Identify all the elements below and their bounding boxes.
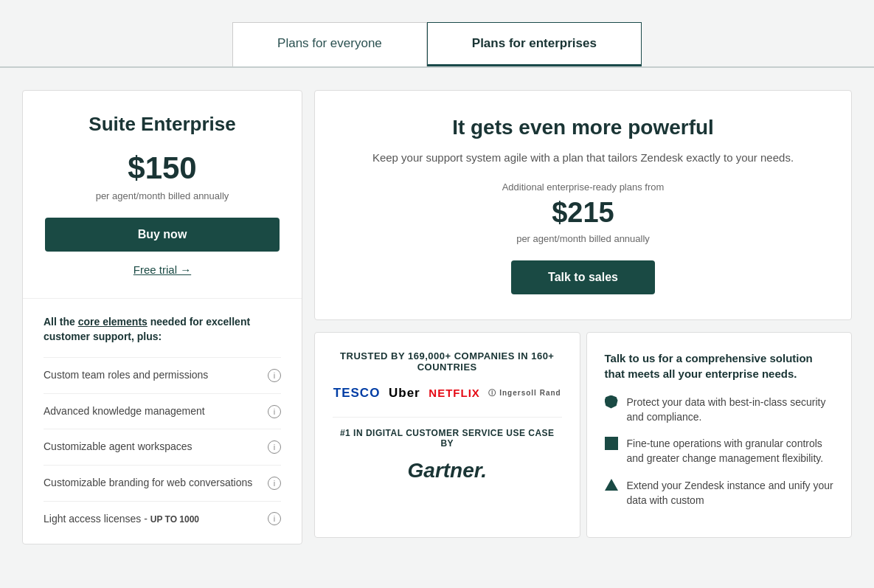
info-icon-light-access[interactable]: i (268, 512, 281, 525)
free-trial-link[interactable]: Free trial (133, 263, 191, 276)
feature-text: Light access licenses - UP TO 1000 (44, 512, 262, 527)
ent-feature-extend: Extend your Zendesk instance and unify y… (605, 478, 834, 508)
ent-feature-security-text: Protect your data with best-in-class sec… (627, 395, 834, 425)
info-icon-agent-workspace[interactable]: i (268, 440, 281, 454)
suite-enterprise-top: Suite Enterprise $150 per agent/month bi… (23, 91, 302, 299)
ent-features-heading: Talk to us for a comprehensive solution … (605, 350, 834, 381)
feature-knowledge-mgmt: Advanced knowledge management i (44, 393, 281, 429)
enterprise-top-card: It gets even more powerful Keep your sup… (314, 90, 852, 320)
enterprise-price-sub: per agent/month billed annually (344, 233, 822, 244)
feature-text: Advanced knowledge management (44, 404, 262, 419)
tab-plans-enterprises[interactable]: Plans for enterprises (427, 22, 642, 66)
feature-text: Customizable branding for web conversati… (44, 476, 262, 491)
suite-enterprise-card: Suite Enterprise $150 per agent/month bi… (22, 90, 302, 544)
right-section: It gets even more powerful Keep your sup… (302, 90, 852, 544)
main-content: Suite Enterprise $150 per agent/month bi… (0, 68, 874, 559)
suite-enterprise-price: $150 (45, 151, 280, 186)
ent-feature-extend-text: Extend your Zendesk instance and unify y… (627, 478, 834, 508)
feature-custom-branding: Customizable branding for web conversati… (44, 465, 281, 501)
trusted-heading: TRUSTED BY 169,000+ COMPANIES IN 160+ CO… (333, 350, 562, 373)
additional-from-text: Additional enterprise-ready plans from (344, 181, 822, 193)
gartner-heading: #1 IN DIGITAL CUSTOMER SERVICE USE CASE … (333, 428, 562, 449)
enterprise-features-panel: Talk to us for a comprehensive solution … (586, 332, 853, 539)
ent-feature-security: Protect your data with best-in-class sec… (605, 395, 834, 425)
enterprise-card-subtitle: Keep your support system agile with a pl… (344, 150, 822, 167)
talk-to-sales-button[interactable]: Talk to sales (511, 260, 655, 294)
netflix-logo: NETFLIX (429, 387, 480, 399)
trusted-panel: TRUSTED BY 169,000+ COMPANIES IN 160+ CO… (314, 332, 580, 539)
core-elements-link[interactable]: core elements (78, 316, 148, 328)
tesco-logo: TESCO (333, 386, 381, 401)
feature-text: Custom team roles and permissions (44, 368, 262, 383)
feature-agent-workspaces: Customizable agent workspaces i (44, 429, 281, 465)
suite-enterprise-title: Suite Enterprise (45, 113, 280, 136)
ent-feature-operations: Fine-tune operations with granular contr… (605, 436, 834, 466)
shield-icon (605, 395, 618, 409)
panel-divider (333, 417, 562, 418)
info-icon-knowledge[interactable]: i (268, 405, 281, 418)
tab-plans-everyone[interactable]: Plans for everyone (232, 22, 427, 66)
suite-enterprise-price-sub: per agent/month billed annually (45, 190, 280, 201)
feature-light-access: Light access licenses - UP TO 1000 i (44, 501, 281, 537)
feature-custom-team-roles: Custom team roles and permissions i (44, 357, 281, 393)
feature-text: Customizable agent workspaces (44, 440, 262, 454)
enterprise-price: $215 (344, 197, 822, 229)
ir-logo: Ⓘ Ingersoll Rand (488, 388, 561, 398)
tabs-bar: Plans for everyone Plans for enterprises (0, 0, 874, 66)
enterprise-card-title: It gets even more powerful (344, 116, 822, 139)
bottom-panels: TRUSTED BY 169,000+ COMPANIES IN 160+ CO… (314, 332, 852, 539)
features-heading: All the core elements needed for excelle… (44, 315, 281, 344)
gartner-logo: Gartner. (333, 459, 562, 482)
info-icon-custom-team[interactable]: i (268, 369, 281, 382)
uber-logo: Uber (389, 386, 420, 401)
info-icon-branding[interactable]: i (268, 477, 281, 490)
buy-now-button[interactable]: Buy now (45, 218, 280, 252)
triangle-icon (605, 479, 618, 491)
suite-enterprise-features: All the core elements needed for excelle… (23, 299, 302, 544)
company-logos: TESCO Uber NETFLIX Ⓘ Ingersoll Rand (333, 386, 562, 401)
ent-feature-operations-text: Fine-tune operations with granular contr… (627, 436, 834, 466)
square-icon (605, 437, 618, 450)
